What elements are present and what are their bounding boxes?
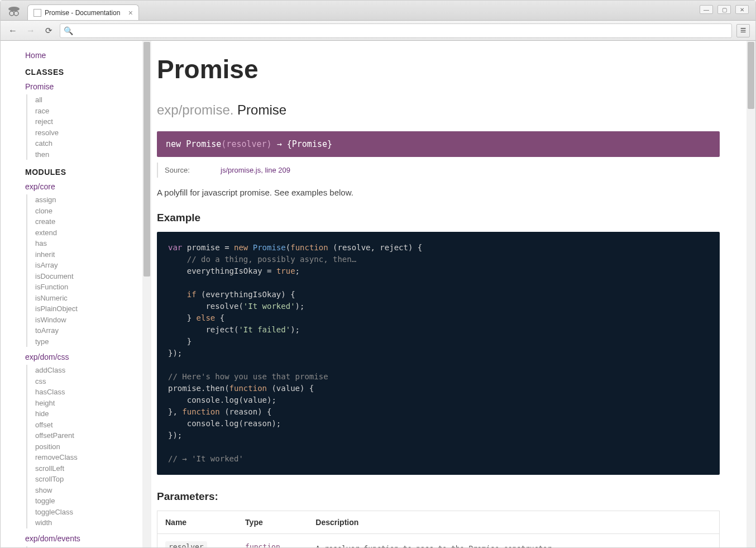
description: A polyfill for javascript promise. See e… [157,188,720,197]
nav-member[interactable]: create [35,216,151,227]
main-scrollbar[interactable] [747,41,755,547]
scrollbar-thumb[interactable] [143,42,150,277]
nav-member[interactable]: addClass [35,365,151,376]
nav-heading-modules: MODULES [25,168,151,177]
param-type: function [245,542,280,547]
nav-member[interactable]: width [35,517,151,528]
search-icon: 🔍 [64,26,73,35]
incognito-icon [6,3,22,19]
param-desc-line: A resolver function to pass to the Promi… [315,542,711,547]
nav-member[interactable]: has [35,238,151,249]
nav-members-promise: all race reject resolve catch then [26,94,151,160]
menu-button[interactable]: ≡ [736,24,750,37]
tab-close-icon[interactable]: × [128,8,133,17]
nav-member[interactable]: race [35,106,151,117]
nav-members-css: addClass css hasClass height hide offset… [26,365,151,528]
nav-member[interactable]: position [35,441,151,452]
nav-member[interactable]: toggleClass [35,507,151,518]
nav-members-events: off on [26,546,151,548]
nav-class-promise[interactable]: Promise [25,82,151,91]
breadcrumb: exp/promise. Promise [157,102,720,118]
address-input[interactable] [76,26,728,35]
close-window-button[interactable]: ✕ [735,5,749,14]
sig-name: Promise [186,139,221,149]
nav-member[interactable]: assign [35,194,151,206]
sig-ret: {Promise} [287,139,332,149]
nav-member[interactable]: toArray [35,325,151,336]
nav-member[interactable]: show [35,485,151,496]
nav-member[interactable]: css [35,376,151,387]
nav-member[interactable]: isDocument [35,271,151,282]
nav-member[interactable]: all [35,94,151,106]
signature-box: new Promise(resolver) → {Promise} [157,131,720,157]
scrollbar-thumb[interactable] [748,42,754,109]
parameters-table: Name Type Description resolver function … [157,511,720,547]
window-controls: — ▢ ✕ [700,5,749,14]
nav-member[interactable]: removeClass [35,452,151,463]
sidebar: Home CLASSES Promise all race reject res… [1,41,151,547]
param-header-name: Name [157,511,238,534]
source-label: Source: [165,166,221,174]
nav-member[interactable]: inherit [35,249,151,260]
breadcrumb-current: Promise [237,102,286,117]
svg-point-2 [14,11,18,16]
param-header-type: Type [237,511,308,534]
nav-member[interactable]: scrollTop [35,474,151,485]
nav-member[interactable]: reject [35,116,151,127]
browser-window: — ▢ ✕ Promise - Documentation × ← → ⟳ 🔍 … [0,0,756,548]
nav-member[interactable]: scrollLeft [35,463,151,474]
toolbar: ← → ⟳ 🔍 ≡ [1,21,755,41]
nav-home[interactable]: Home [25,51,151,60]
nav-member[interactable]: off [35,546,151,548]
sig-args: (resolver) [221,139,271,149]
minimize-button[interactable]: — [700,5,713,14]
browser-tab[interactable]: Promise - Documentation × [27,4,139,20]
code-example: var promise = new Promise(function (reso… [157,232,720,475]
example-heading: Example [157,212,720,224]
nav-member[interactable]: isPlainObject [35,303,151,314]
nav-member[interactable]: offsetParent [35,430,151,441]
parameters-heading: Parameters: [157,490,720,503]
nav-member[interactable]: isArray [35,260,151,271]
nav-members-core: assign clone create extend has inherit i… [26,194,151,347]
nav-member[interactable]: isNumeric [35,293,151,304]
tab-title: Promise - Documentation [45,9,125,17]
address-bar[interactable]: 🔍 [60,23,732,38]
nav-member[interactable]: catch [35,138,151,149]
nav-member[interactable]: then [35,149,151,160]
nav-module[interactable]: exp/dom/css [25,352,151,361]
source-link[interactable]: js/promise.js, line 209 [221,166,290,174]
svg-point-1 [9,11,14,16]
nav-member[interactable]: toggle [35,495,151,507]
param-name: resolver [165,541,207,547]
nav-module[interactable]: exp/dom/events [25,534,151,543]
nav-member[interactable]: resolve [35,127,151,139]
param-desc: A resolver function to pass to the Promi… [308,534,719,548]
sidebar-scrollbar[interactable] [142,41,151,547]
source-row: Source: js/promise.js, line 209 [157,163,720,178]
sig-arrow: → [272,139,287,149]
nav-member[interactable]: height [35,398,151,409]
content-area: Home CLASSES Promise all race reject res… [1,41,755,547]
main-content: Promise exp/promise. Promise new Promise… [151,41,755,547]
nav-member[interactable]: type [35,336,151,347]
nav-member[interactable]: extend [35,227,151,239]
nav-module[interactable]: exp/core [25,182,151,191]
nav-member[interactable]: isFunction [35,282,151,293]
page-title: Promise [157,54,720,84]
maximize-button[interactable]: ▢ [717,5,731,14]
reload-button[interactable]: ⟳ [42,24,55,37]
nav-heading-classes: CLASSES [25,68,151,77]
nav-member[interactable]: hasClass [35,387,151,398]
nav-member[interactable]: offset [35,420,151,431]
back-button[interactable]: ← [6,24,20,37]
tab-bar: Promise - Documentation × [1,1,755,21]
forward-button[interactable]: → [24,24,37,37]
nav-member[interactable]: hide [35,408,151,420]
nav-member[interactable]: isWindow [35,314,151,326]
param-header-desc: Description [308,511,719,534]
page-icon [34,9,41,17]
breadcrumb-module: exp/promise. [157,102,233,117]
nav-member[interactable]: clone [35,206,151,217]
sig-new: new [166,139,186,149]
